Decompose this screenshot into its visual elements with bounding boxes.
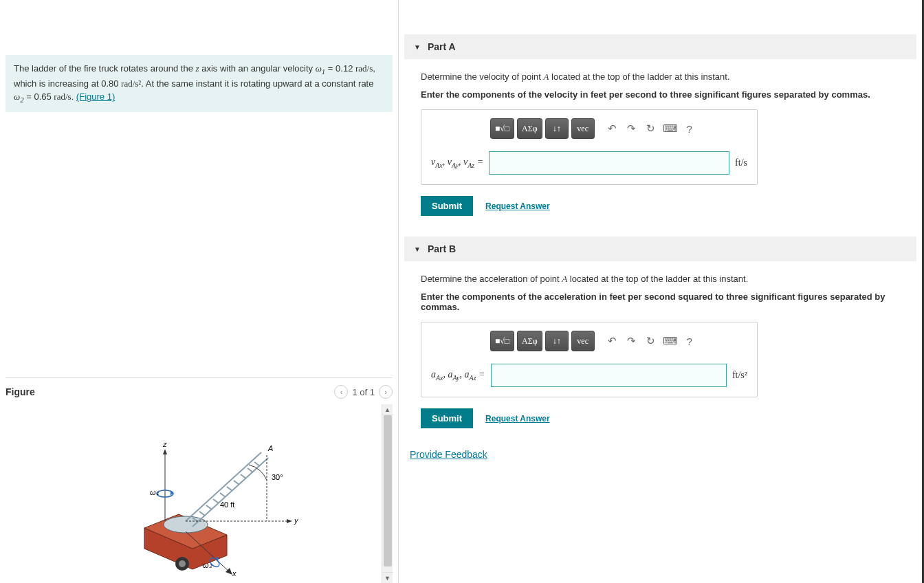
- subsup-button[interactable]: ↓↑: [545, 331, 569, 351]
- label-y: y: [294, 516, 299, 525]
- redo-button[interactable]: ↷: [624, 333, 640, 349]
- part-b-instruction: Enter the components of the acceleration…: [421, 292, 900, 312]
- undo-button[interactable]: ↶: [604, 333, 621, 349]
- part-a-title: Part A: [428, 41, 456, 52]
- part-b: ▼ Part B Determine the acceleration of p…: [404, 236, 916, 428]
- keyboard-button[interactable]: ⌨: [662, 120, 679, 137]
- svg-line-9: [220, 493, 226, 497]
- figure-count: 1 of 1: [352, 387, 375, 397]
- reset-button[interactable]: ↻: [643, 333, 659, 349]
- omega1-sym: ω: [316, 63, 322, 74]
- part-b-header[interactable]: ▼ Part B: [404, 236, 916, 261]
- redo-button[interactable]: ↷: [624, 120, 640, 137]
- caret-down-icon: ▼: [414, 43, 421, 51]
- vec-button[interactable]: vec: [571, 118, 595, 139]
- part-a-answer-input[interactable]: [489, 151, 729, 175]
- svg-line-14: [254, 462, 260, 466]
- scroll-down-icon[interactable]: ▼: [382, 572, 393, 583]
- right-panel: ▼ Part A Determine the velocity of point…: [399, 0, 924, 583]
- figure-prev-button[interactable]: ‹: [334, 385, 348, 399]
- svg-line-13: [248, 468, 253, 472]
- equation-toolbar: ■√□ ΑΣφ ↓↑ vec ↶ ↷ ↻ ⌨ ?: [421, 322, 757, 360]
- svg-line-3: [186, 452, 261, 521]
- scroll-up-icon[interactable]: ▲: [382, 404, 393, 415]
- eq2: = 0.65: [24, 91, 54, 102]
- part-a-header[interactable]: ▼ Part A: [404, 34, 916, 59]
- part-b-submit-button[interactable]: Submit: [421, 408, 473, 428]
- unit-rads2: rad/s²: [121, 78, 141, 89]
- figure-title: Figure: [6, 386, 35, 397]
- label-w1: ω₁: [150, 488, 159, 496]
- omega2-sym: ω: [14, 91, 20, 102]
- part-b-vars: aAx, aAy, aAz =: [431, 369, 485, 382]
- subsup-button[interactable]: ↓↑: [545, 118, 569, 139]
- part-a-unit: ft/s: [735, 157, 747, 168]
- unit-rads: rad/s: [355, 63, 373, 74]
- figure-scrollbar[interactable]: ▲ ▼: [382, 404, 393, 583]
- left-panel: The ladder of the fire truck rotates aro…: [0, 0, 399, 583]
- svg-line-7: [206, 505, 212, 509]
- part-b-prompt: Determine the acceleration of point A lo…: [421, 274, 900, 285]
- eq1: = 0.12: [325, 63, 355, 74]
- part-b-answer-input[interactable]: [491, 364, 727, 387]
- label-w2: ω₂: [203, 561, 212, 569]
- svg-point-2: [179, 560, 186, 567]
- figure-1-link[interactable]: (Figure 1): [76, 91, 115, 102]
- part-b-unit: ft/s²: [732, 370, 747, 381]
- label-A: A: [267, 444, 273, 452]
- svg-line-11: [234, 481, 239, 485]
- reset-button[interactable]: ↻: [643, 120, 659, 137]
- part-b-request-answer-link[interactable]: Request Answer: [485, 414, 550, 424]
- template-button[interactable]: ■√□: [490, 331, 514, 351]
- figure-next-button[interactable]: ›: [379, 385, 393, 399]
- equation-toolbar: ■√□ ΑΣφ ↓↑ vec ↶ ↷ ↻ ⌨ ?: [421, 110, 757, 147]
- svg-marker-18: [287, 519, 292, 523]
- label-angle: 30°: [272, 473, 283, 481]
- figure-svg: z y x A 30° 40 ft ω₁ ω₂: [96, 411, 302, 576]
- problem-text: . At the same instant it is rotating upw…: [141, 78, 373, 89]
- label-x: x: [232, 569, 236, 576]
- label-length: 40 ft: [220, 500, 234, 509]
- part-a-request-answer-link[interactable]: Request Answer: [485, 201, 550, 211]
- part-b-answer-box: ■√□ ΑΣφ ↓↑ vec ↶ ↷ ↻ ⌨ ? aAx, aAy, aAz =…: [421, 322, 758, 397]
- svg-line-12: [241, 474, 246, 478]
- part-a: ▼ Part A Determine the velocity of point…: [404, 34, 916, 216]
- problem-text: axis with an angular velocity: [199, 63, 316, 74]
- part-a-prompt: Determine the velocity of point A locate…: [421, 72, 900, 82]
- svg-line-10: [227, 487, 232, 491]
- problem-statement: The ladder of the fire truck rotates aro…: [6, 55, 393, 112]
- help-button[interactable]: ?: [681, 120, 698, 137]
- figure-section: Figure ‹ 1 of 1 ›: [6, 377, 393, 583]
- caret-down-icon: ▼: [414, 245, 421, 253]
- problem-text: The ladder of the fire truck rotates aro…: [14, 63, 195, 74]
- template-button[interactable]: ■√□: [490, 118, 514, 139]
- greek-button[interactable]: ΑΣφ: [517, 331, 542, 351]
- label-z: z: [162, 440, 167, 448]
- part-a-instruction: Enter the components of the velocity in …: [421, 89, 900, 100]
- part-b-title: Part B: [428, 243, 456, 254]
- figure-nav: ‹ 1 of 1 ›: [334, 385, 393, 399]
- undo-button[interactable]: ↶: [604, 120, 621, 137]
- part-a-vars: vAx, vAy, vAz =: [431, 157, 483, 169]
- svg-marker-16: [163, 449, 167, 454]
- dot: .: [72, 91, 76, 102]
- part-a-answer-box: ■√□ ΑΣφ ↓↑ vec ↶ ↷ ↻ ⌨ ? vAx, vAy, vAz =…: [421, 109, 758, 185]
- unit-rads-b: rad/s: [54, 91, 71, 102]
- svg-line-6: [199, 512, 205, 516]
- figure-body: z y x A 30° 40 ft ω₁ ω₂ ▲ ▼: [6, 404, 393, 583]
- figure-header: Figure ‹ 1 of 1 ›: [6, 384, 393, 404]
- vec-button[interactable]: vec: [571, 331, 595, 351]
- keyboard-button[interactable]: ⌨: [662, 333, 679, 349]
- svg-line-8: [213, 499, 219, 503]
- help-button[interactable]: ?: [681, 333, 698, 349]
- provide-feedback-link[interactable]: Provide Feedback: [410, 449, 916, 460]
- part-a-submit-button[interactable]: Submit: [421, 196, 473, 216]
- greek-button[interactable]: ΑΣφ: [517, 118, 542, 139]
- scroll-thumb[interactable]: [384, 415, 392, 566]
